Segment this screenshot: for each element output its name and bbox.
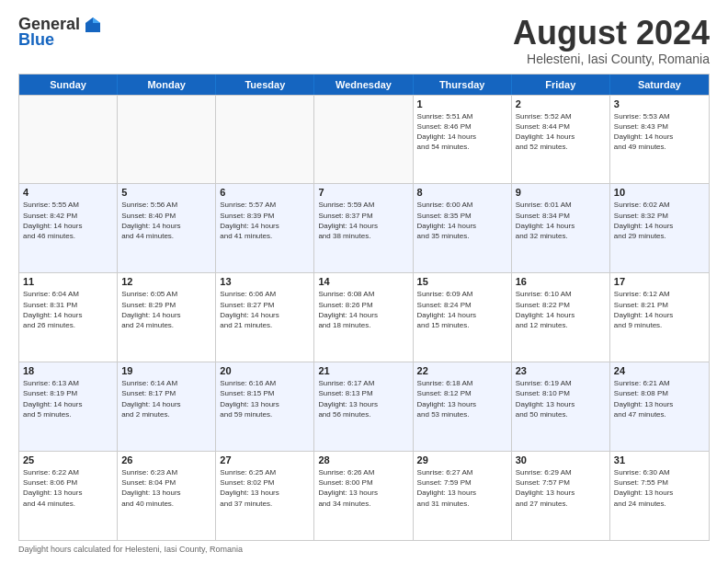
day-cell-1: 1Sunrise: 5:51 AM Sunset: 8:46 PM Daylig… xyxy=(414,96,512,184)
day-number: 21 xyxy=(318,365,408,376)
empty-cell xyxy=(118,96,216,184)
day-info: Sunrise: 6:16 AM Sunset: 8:15 PM Dayligh… xyxy=(220,378,310,419)
calendar-header: SundayMondayTuesdayWednesdayThursdayFrid… xyxy=(19,75,709,95)
calendar-row-4: 18Sunrise: 6:13 AM Sunset: 8:19 PM Dayli… xyxy=(19,362,709,451)
day-cell-22: 22Sunrise: 6:18 AM Sunset: 8:12 PM Dayli… xyxy=(414,362,512,451)
day-cell-19: 19Sunrise: 6:14 AM Sunset: 8:17 PM Dayli… xyxy=(118,362,216,451)
day-info: Sunrise: 5:57 AM Sunset: 8:39 PM Dayligh… xyxy=(220,200,310,241)
day-number: 9 xyxy=(516,187,606,198)
day-cell-31: 31Sunrise: 6:30 AM Sunset: 7:55 PM Dayli… xyxy=(610,452,709,540)
day-info: Sunrise: 6:05 AM Sunset: 8:29 PM Dayligh… xyxy=(121,289,211,330)
calendar-row-5: 25Sunrise: 6:22 AM Sunset: 8:06 PM Dayli… xyxy=(19,451,709,540)
day-cell-12: 12Sunrise: 6:05 AM Sunset: 8:29 PM Dayli… xyxy=(118,273,216,362)
page: General Blue August 2024 Helesteni, Iasi… xyxy=(0,0,728,563)
day-cell-10: 10Sunrise: 6:02 AM Sunset: 8:32 PM Dayli… xyxy=(610,184,709,272)
day-info: Sunrise: 6:17 AM Sunset: 8:13 PM Dayligh… xyxy=(318,378,408,419)
day-info: Sunrise: 6:06 AM Sunset: 8:27 PM Dayligh… xyxy=(220,289,310,330)
day-cell-28: 28Sunrise: 6:26 AM Sunset: 8:00 PM Dayli… xyxy=(314,452,413,540)
day-cell-6: 6Sunrise: 5:57 AM Sunset: 8:39 PM Daylig… xyxy=(216,184,314,272)
day-number: 1 xyxy=(417,98,507,109)
day-cell-27: 27Sunrise: 6:25 AM Sunset: 8:02 PM Dayli… xyxy=(216,452,314,540)
day-info: Sunrise: 6:13 AM Sunset: 8:19 PM Dayligh… xyxy=(23,378,113,419)
day-number: 5 xyxy=(121,187,211,198)
day-info: Sunrise: 6:22 AM Sunset: 8:06 PM Dayligh… xyxy=(23,467,113,509)
day-number: 7 xyxy=(318,187,408,198)
calendar-row-1: 1Sunrise: 5:51 AM Sunset: 8:46 PM Daylig… xyxy=(19,95,709,184)
svg-marker-1 xyxy=(93,17,100,23)
day-cell-18: 18Sunrise: 6:13 AM Sunset: 8:19 PM Dayli… xyxy=(19,362,118,451)
day-cell-4: 4Sunrise: 5:55 AM Sunset: 8:42 PM Daylig… xyxy=(19,184,118,272)
day-info: Sunrise: 6:26 AM Sunset: 8:00 PM Dayligh… xyxy=(318,467,408,509)
day-info: Sunrise: 5:55 AM Sunset: 8:42 PM Dayligh… xyxy=(23,200,113,241)
header: General Blue August 2024 Helesteni, Iasi… xyxy=(18,15,710,66)
day-cell-9: 9Sunrise: 6:01 AM Sunset: 8:34 PM Daylig… xyxy=(512,184,610,272)
day-info: Sunrise: 6:01 AM Sunset: 8:34 PM Dayligh… xyxy=(516,200,606,241)
day-number: 19 xyxy=(121,365,211,376)
header-day-tuesday: Tuesday xyxy=(216,75,314,95)
day-info: Sunrise: 6:27 AM Sunset: 7:59 PM Dayligh… xyxy=(417,467,507,509)
day-number: 20 xyxy=(220,365,310,376)
day-cell-11: 11Sunrise: 6:04 AM Sunset: 8:31 PM Dayli… xyxy=(19,273,118,362)
day-cell-2: 2Sunrise: 5:52 AM Sunset: 8:44 PM Daylig… xyxy=(512,96,610,184)
day-cell-29: 29Sunrise: 6:27 AM Sunset: 7:59 PM Dayli… xyxy=(414,452,512,540)
day-info: Sunrise: 6:10 AM Sunset: 8:22 PM Dayligh… xyxy=(516,289,606,330)
day-number: 11 xyxy=(23,276,113,287)
day-number: 28 xyxy=(318,454,408,465)
day-info: Sunrise: 6:12 AM Sunset: 8:21 PM Dayligh… xyxy=(614,289,705,330)
day-info: Sunrise: 6:14 AM Sunset: 8:17 PM Dayligh… xyxy=(121,378,211,419)
day-number: 2 xyxy=(516,98,606,109)
day-cell-14: 14Sunrise: 6:08 AM Sunset: 8:26 PM Dayli… xyxy=(314,273,413,362)
header-day-sunday: Sunday xyxy=(19,75,118,95)
logo-blue-text: Blue xyxy=(18,30,54,50)
footer-note: Daylight hours calculated for Helesteni,… xyxy=(18,545,710,554)
empty-cell xyxy=(216,96,314,184)
calendar-row-3: 11Sunrise: 6:04 AM Sunset: 8:31 PM Dayli… xyxy=(19,272,709,362)
day-number: 14 xyxy=(318,276,408,287)
day-cell-7: 7Sunrise: 5:59 AM Sunset: 8:37 PM Daylig… xyxy=(314,184,413,272)
day-number: 27 xyxy=(220,454,310,465)
day-info: Sunrise: 5:53 AM Sunset: 8:43 PM Dayligh… xyxy=(614,111,705,153)
day-cell-5: 5Sunrise: 5:56 AM Sunset: 8:40 PM Daylig… xyxy=(118,184,216,272)
day-info: Sunrise: 5:56 AM Sunset: 8:40 PM Dayligh… xyxy=(121,200,211,241)
day-cell-25: 25Sunrise: 6:22 AM Sunset: 8:06 PM Dayli… xyxy=(19,452,118,540)
day-info: Sunrise: 6:19 AM Sunset: 8:10 PM Dayligh… xyxy=(516,378,606,419)
day-cell-23: 23Sunrise: 6:19 AM Sunset: 8:10 PM Dayli… xyxy=(512,362,610,451)
logo: General Blue xyxy=(18,15,102,50)
day-number: 4 xyxy=(23,187,113,198)
day-number: 18 xyxy=(23,365,113,376)
day-number: 22 xyxy=(417,365,507,376)
header-day-friday: Friday xyxy=(512,75,610,95)
day-cell-20: 20Sunrise: 6:16 AM Sunset: 8:15 PM Dayli… xyxy=(216,362,314,451)
calendar-body: 1Sunrise: 5:51 AM Sunset: 8:46 PM Daylig… xyxy=(19,95,709,540)
day-cell-17: 17Sunrise: 6:12 AM Sunset: 8:21 PM Dayli… xyxy=(610,273,709,362)
day-number: 12 xyxy=(121,276,211,287)
title-section: August 2024 Helesteni, Iasi County, Roma… xyxy=(513,15,710,66)
subtitle: Helesteni, Iasi County, Romania xyxy=(513,52,710,66)
day-cell-13: 13Sunrise: 6:06 AM Sunset: 8:27 PM Dayli… xyxy=(216,273,314,362)
logo-icon xyxy=(84,16,102,34)
day-info: Sunrise: 6:02 AM Sunset: 8:32 PM Dayligh… xyxy=(614,200,705,241)
day-info: Sunrise: 6:23 AM Sunset: 8:04 PM Dayligh… xyxy=(121,467,211,509)
day-number: 16 xyxy=(516,276,606,287)
calendar-row-2: 4Sunrise: 5:55 AM Sunset: 8:42 PM Daylig… xyxy=(19,183,709,272)
day-info: Sunrise: 6:18 AM Sunset: 8:12 PM Dayligh… xyxy=(417,378,507,419)
day-cell-26: 26Sunrise: 6:23 AM Sunset: 8:04 PM Dayli… xyxy=(118,452,216,540)
header-day-thursday: Thursday xyxy=(414,75,512,95)
day-info: Sunrise: 6:25 AM Sunset: 8:02 PM Dayligh… xyxy=(220,467,310,509)
day-info: Sunrise: 6:08 AM Sunset: 8:26 PM Dayligh… xyxy=(318,289,408,330)
day-number: 29 xyxy=(417,454,507,465)
day-info: Sunrise: 6:29 AM Sunset: 7:57 PM Dayligh… xyxy=(516,467,606,509)
header-day-wednesday: Wednesday xyxy=(314,75,413,95)
day-number: 24 xyxy=(614,365,705,376)
day-number: 10 xyxy=(614,187,705,198)
day-number: 30 xyxy=(516,454,606,465)
day-number: 26 xyxy=(121,454,211,465)
day-cell-21: 21Sunrise: 6:17 AM Sunset: 8:13 PM Dayli… xyxy=(314,362,413,451)
day-number: 31 xyxy=(614,454,705,465)
empty-cell xyxy=(19,96,118,184)
header-day-monday: Monday xyxy=(118,75,216,95)
day-cell-3: 3Sunrise: 5:53 AM Sunset: 8:43 PM Daylig… xyxy=(610,96,709,184)
day-cell-15: 15Sunrise: 6:09 AM Sunset: 8:24 PM Dayli… xyxy=(414,273,512,362)
day-info: Sunrise: 6:09 AM Sunset: 8:24 PM Dayligh… xyxy=(417,289,507,330)
month-title: August 2024 xyxy=(513,15,710,52)
